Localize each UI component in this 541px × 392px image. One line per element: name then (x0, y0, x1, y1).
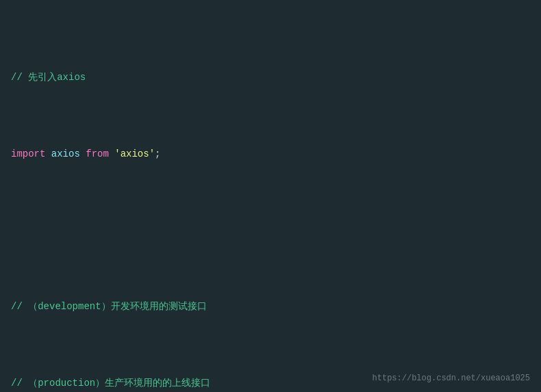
line-4: // （development）开发环境用的测试接口 (0, 299, 530, 314)
comment-2: // （development）开发环境用的测试接口 (11, 299, 207, 314)
semi-1: ; (155, 146, 160, 161)
comment-3: // （production）生产环境用的的上线接口 (11, 376, 210, 391)
line-1: // 先引入axios (0, 70, 530, 85)
str-axios: 'axios' (114, 146, 155, 161)
import-axios: axios (51, 146, 86, 161)
kw-from: from (86, 146, 114, 161)
comment-1: // 先引入axios (11, 70, 86, 85)
line-2: import axios from 'axios' ; (0, 146, 530, 161)
line-3 (0, 222, 530, 237)
footer-url: https://blog.csdn.net/xueaoa1025 (373, 372, 530, 385)
code-block: // 先引入axios import axios from 'axios' ; … (0, 0, 541, 392)
kw-import: import (11, 146, 51, 161)
